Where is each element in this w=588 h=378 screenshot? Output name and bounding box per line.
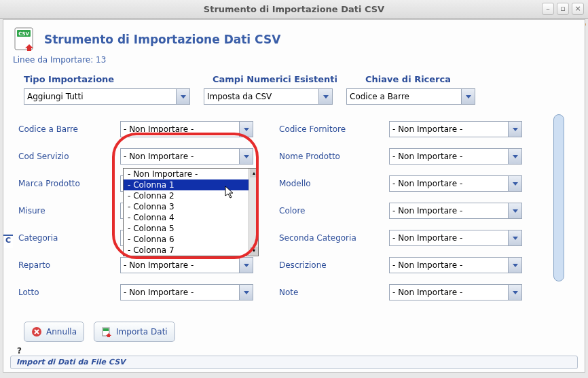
- combo-value: - Non Importare -: [392, 288, 462, 297]
- section-label-campi: Campi Numerici Esistenti: [213, 74, 338, 84]
- column-select-right[interactable]: - Non Importare -: [389, 121, 522, 137]
- combo-value: - Non Importare -: [124, 288, 194, 297]
- field-label-left: Codice a Barre: [18, 124, 120, 134]
- import-icon: [101, 326, 112, 337]
- chevron-down-icon: [508, 258, 521, 273]
- help-marker[interactable]: ?: [17, 346, 22, 356]
- chevron-down-icon: [508, 176, 521, 191]
- dropdown-option[interactable]: - Colonna 5: [124, 223, 258, 234]
- chevron-down-icon: [239, 285, 253, 300]
- field-label-right: Note: [274, 288, 389, 297]
- left-tab-marker: C: [3, 235, 13, 248]
- chevron-down-icon: [239, 149, 253, 164]
- cancel-icon: [31, 326, 42, 337]
- field-label-right: Seconda Categoria: [274, 233, 389, 243]
- dialog-window: CSV Strumento di Importazione Dati CSV L…: [3, 19, 585, 373]
- svg-text:CSV: CSV: [18, 31, 29, 37]
- mapping-row: Cod Servizio- Non Importare -Nome Prodot…: [18, 143, 575, 170]
- chevron-down-icon: [461, 89, 475, 104]
- chevron-down-icon: [508, 122, 521, 137]
- chevron-down-icon: [318, 89, 332, 104]
- import-button[interactable]: Importa Dati: [94, 322, 175, 342]
- field-label-right: Modello: [274, 179, 389, 188]
- combo-value: Aggiungi Tutti: [27, 92, 84, 101]
- chevron-down-icon: [508, 203, 521, 218]
- combo-value: - Non Importare -: [392, 233, 462, 243]
- mapping-row: Codice a Barre- Non Importare -Codice Fo…: [18, 116, 575, 143]
- column-select-right[interactable]: - Non Importare -: [389, 284, 522, 300]
- import-line-count: Linee da Importare: 13: [3, 55, 585, 70]
- status-bar: Import di Dati da File CSV: [10, 356, 578, 369]
- svg-rect-5: [103, 328, 109, 331]
- dropdown-option[interactable]: - Colonna 3: [124, 201, 258, 212]
- mapping-row: Marca Prodotto- Non Importare -Modello- …: [18, 170, 575, 197]
- window-title: Strumento di Importazione Dati CSV: [5, 4, 583, 14]
- column-select-left[interactable]: - Non Importare -: [120, 257, 253, 273]
- titlebar: Strumento di Importazione Dati CSV – ▫ ×: [0, 0, 588, 19]
- combo-value: - Non Importare -: [124, 124, 194, 134]
- maximize-button[interactable]: ▫: [557, 3, 569, 15]
- field-label-right: Nome Prodotto: [274, 152, 389, 161]
- scroll-up-icon[interactable]: ▴: [250, 169, 258, 177]
- page-title: Strumento di Importazione Dati CSV: [44, 33, 280, 46]
- combo-chiave-ricerca[interactable]: Codice a Barre: [346, 88, 475, 105]
- field-label-left: Misure: [18, 206, 120, 216]
- chevron-down-icon: [508, 285, 521, 300]
- import-label: Importa Dati: [116, 327, 168, 337]
- dropdown-option[interactable]: - Colonna 2: [124, 190, 258, 201]
- dropdown-option[interactable]: - Non Importare -: [124, 169, 258, 179]
- field-label-right: Colore: [274, 206, 389, 216]
- field-label-left: Cod Servizio: [18, 152, 120, 161]
- close-button[interactable]: ×: [572, 3, 584, 15]
- column-select-right[interactable]: - Non Importare -: [389, 203, 522, 219]
- field-label-right: Codice Fornitore: [274, 124, 389, 134]
- column-select-left[interactable]: - Non Importare -: [120, 148, 253, 165]
- scroll-down-icon[interactable]: ▾: [250, 247, 258, 255]
- chevron-down-icon: [508, 230, 521, 245]
- minimize-button[interactable]: –: [542, 3, 554, 15]
- combo-value: - Non Importare -: [392, 206, 462, 216]
- combo-value: - Non Importare -: [392, 260, 462, 270]
- combo-value: - Non Importare -: [392, 124, 462, 134]
- combo-campi-numerici[interactable]: Imposta da CSV: [204, 88, 333, 105]
- dropdown-option[interactable]: - Colonna 1: [124, 179, 258, 190]
- dropdown-option[interactable]: - Colonna 4: [124, 212, 258, 223]
- mapping-row: Reparto- Non Importare -Descrizione- Non…: [18, 252, 575, 279]
- column-select-left[interactable]: - Non Importare -: [120, 121, 253, 137]
- scrollbar[interactable]: [553, 114, 564, 281]
- column-select-right[interactable]: - Non Importare -: [389, 175, 522, 192]
- dropdown-option[interactable]: - Colonna 6: [124, 234, 258, 245]
- mapping-row: Categoria- Non Importare -Seconda Catego…: [18, 224, 575, 252]
- dropdown-list-open[interactable]: - Non Importare -- Colonna 1- Colonna 2-…: [123, 168, 259, 256]
- dropdown-option[interactable]: - Colonna 7: [124, 245, 258, 256]
- field-label-left: Lotto: [18, 288, 120, 297]
- column-select-right[interactable]: - Non Importare -: [389, 230, 522, 246]
- column-select-right[interactable]: - Non Importare -: [389, 148, 522, 165]
- chevron-down-icon: [508, 149, 521, 164]
- combo-value: - Non Importare -: [124, 152, 194, 161]
- field-mapping-grid: Codice a Barre- Non Importare -Codice Fo…: [3, 111, 585, 288]
- chevron-down-icon: [239, 122, 253, 137]
- combo-value: - Non Importare -: [392, 152, 462, 161]
- combo-value: Codice a Barre: [350, 92, 409, 101]
- cancel-label: Annulla: [46, 327, 77, 337]
- section-label-chiave: Chiave di Ricerca: [365, 74, 488, 84]
- cancel-button[interactable]: Annulla: [24, 322, 84, 342]
- chevron-down-icon: [239, 258, 253, 273]
- field-label-left: Marca Prodotto: [18, 179, 120, 188]
- combo-value: - Non Importare -: [124, 260, 194, 270]
- csv-file-icon: CSV: [13, 27, 36, 52]
- field-label-left: Categoria: [18, 233, 120, 243]
- field-label-right: Descrizione: [274, 260, 389, 270]
- combo-value: Imposta da CSV: [207, 92, 272, 101]
- mapping-row: Lotto- Non Importare -Note- Non Importar…: [18, 279, 575, 306]
- section-label-tipo: Tipo Importazione: [24, 74, 185, 84]
- column-select-left[interactable]: - Non Importare -: [120, 284, 253, 300]
- field-label-left: Reparto: [18, 260, 120, 270]
- combo-value: - Non Importare -: [392, 179, 462, 188]
- column-select-right[interactable]: - Non Importare -: [389, 257, 522, 273]
- dropdown-scrollbar[interactable]: ▴ ▾: [249, 169, 258, 256]
- mapping-row: Misure- Non Importare -Colore- Non Impor…: [18, 197, 575, 224]
- chevron-down-icon: [176, 89, 189, 104]
- combo-tipo-importazione[interactable]: Aggiungi Tutti: [24, 88, 190, 105]
